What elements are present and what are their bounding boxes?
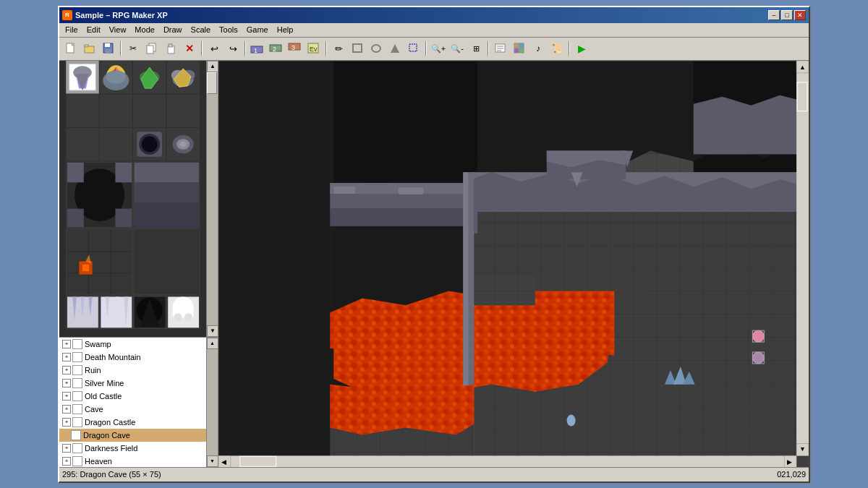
palette-scroll-up[interactable]: ▲	[207, 61, 218, 72]
copy-button[interactable]	[143, 40, 161, 56]
app-icon: R	[62, 10, 72, 20]
menu-draw[interactable]: Draw	[159, 24, 187, 35]
menu-game[interactable]: Game	[242, 24, 273, 35]
script-button[interactable]: 📜	[548, 40, 566, 56]
tileset-button[interactable]	[511, 40, 528, 56]
new-button[interactable]	[62, 40, 80, 56]
main-area: ▲ ▼ + Swamp +	[59, 61, 809, 467]
svg-rect-8	[147, 46, 153, 53]
tree-item-swamp[interactable]: + Swamp	[59, 338, 206, 351]
layer3-button[interactable]: 3	[286, 40, 304, 56]
cut-button[interactable]: ✂	[124, 40, 142, 56]
svg-rect-131	[399, 187, 424, 194]
tree-item-cave[interactable]: + Cave	[59, 403, 206, 416]
tree-label-old-castle: Old Castle	[85, 392, 122, 401]
tree-item-darkness-field[interactable]: + Darkness Field	[59, 442, 206, 455]
svg-rect-53	[133, 94, 166, 127]
menu-help[interactable]: Help	[273, 24, 298, 35]
pencil-button[interactable]: ✏	[330, 40, 347, 56]
svg-point-113	[184, 313, 192, 321]
tree-item-death-mountain[interactable]: + Death Mountain	[59, 351, 206, 364]
svg-point-20	[372, 45, 380, 52]
tree-label-silver-mine: Silver Mine	[85, 379, 124, 388]
tree-expand-silver-mine[interactable]: +	[62, 379, 71, 388]
menu-mode[interactable]: Mode	[130, 24, 159, 35]
svg-rect-90	[82, 264, 89, 270]
map-canvas[interactable]: ▲ ▼ ◀ ▶	[218, 61, 809, 467]
tree-expand-heaven[interactable]: +	[62, 457, 71, 466]
svg-point-62	[106, 70, 126, 83]
redo-button[interactable]: ↪	[224, 40, 242, 56]
tree-scroll-track[interactable]	[207, 349, 218, 455]
tree-item-old-castle[interactable]: + Old Castle	[59, 390, 206, 403]
tree-expand-old-castle[interactable]: +	[62, 392, 71, 401]
close-button[interactable]: ✕	[794, 10, 806, 20]
svg-rect-183	[218, 455, 796, 467]
zoom-out-button[interactable]: 🔍-	[448, 40, 466, 56]
svg-rect-74	[67, 162, 84, 181]
map-view[interactable]: ▲ ▼ ◀ ▶	[218, 61, 809, 467]
event-button[interactable]: Ev	[305, 40, 323, 56]
menu-edit[interactable]: Edit	[82, 24, 105, 35]
tree-scroll-up[interactable]: ▲	[207, 338, 218, 349]
tree-icon-cave	[72, 404, 82, 414]
palette-scroll-down[interactable]: ▼	[207, 325, 218, 337]
tree-expand-cave[interactable]: +	[62, 405, 71, 414]
status-map-info: 295: Dragon Cave (55 × 75)	[62, 470, 762, 479]
delete-button[interactable]: ✕	[181, 40, 198, 56]
tree-label-heaven: Heaven	[85, 457, 112, 466]
svg-text:▶: ▶	[787, 458, 792, 466]
tree-expand-dragon-castle[interactable]: +	[62, 418, 71, 427]
svg-text:Ev: Ev	[310, 46, 318, 53]
open-button[interactable]	[81, 40, 98, 56]
zoom-fit-button[interactable]: ⊞	[467, 40, 485, 56]
tree-item-silver-mine[interactable]: + Silver Mine	[59, 377, 206, 390]
svg-rect-129	[333, 187, 355, 194]
menu-view[interactable]: View	[105, 24, 131, 35]
paste-button[interactable]	[162, 40, 179, 56]
play-button[interactable]: ▶	[573, 40, 590, 56]
statusbar: 295: Dragon Cave (55 × 75) 021,029	[59, 467, 809, 481]
svg-rect-80	[135, 162, 199, 181]
tree-item-dragon-castle[interactable]: + Dragon Castle	[59, 416, 206, 429]
layer2-button[interactable]: 2	[268, 40, 285, 56]
svg-rect-10	[169, 44, 172, 47]
save-button[interactable]	[100, 40, 117, 56]
svg-rect-75	[115, 162, 132, 181]
svg-point-70	[180, 141, 187, 146]
layer1-button[interactable]: 1	[249, 40, 266, 56]
menu-tools[interactable]: Tools	[215, 24, 242, 35]
palette-scroll-thumb[interactable]	[207, 72, 217, 94]
status-coords: 021,029	[777, 470, 806, 479]
select-button[interactable]	[405, 40, 422, 56]
tree-item-heaven[interactable]: + Heaven	[59, 455, 206, 467]
svg-marker-21	[391, 44, 399, 53]
menu-file[interactable]: File	[61, 24, 82, 35]
tree-item-ruin[interactable]: + Ruin	[59, 364, 206, 377]
tree-expand-darkness-field[interactable]: +	[62, 444, 71, 453]
svg-text:3: 3	[292, 44, 295, 51]
tree-label-swamp: Swamp	[85, 340, 111, 348]
menu-scale[interactable]: Scale	[187, 24, 216, 35]
tree-expand-swamp[interactable]: +	[62, 340, 71, 348]
tree-expand-death-mountain[interactable]: +	[62, 353, 71, 361]
undo-button[interactable]: ↩	[205, 40, 223, 56]
palette-scroll-track[interactable]	[207, 72, 218, 325]
palette-svg[interactable]	[59, 61, 206, 337]
minimize-button[interactable]: –	[768, 10, 780, 20]
svg-rect-167	[218, 348, 333, 467]
svg-text:2: 2	[273, 46, 276, 53]
zoom-in-button[interactable]: 🔍+	[430, 40, 447, 56]
tree-expand-ruin[interactable]: +	[62, 366, 71, 374]
ellipse-button[interactable]	[367, 40, 385, 56]
maximize-button[interactable]: □	[781, 10, 793, 20]
tree-scroll-down[interactable]: ▼	[207, 455, 218, 467]
audio-button[interactable]: ♪	[529, 40, 547, 56]
fill-button[interactable]	[386, 40, 404, 56]
tree-item-dragon-cave[interactable]: Dragon Cave	[59, 429, 206, 442]
palette-scrollbar: ▲ ▼	[206, 61, 218, 337]
svg-rect-77	[115, 208, 132, 226]
rect-button[interactable]	[349, 40, 366, 56]
svg-point-112	[174, 313, 182, 321]
map-props-button[interactable]	[492, 40, 509, 56]
